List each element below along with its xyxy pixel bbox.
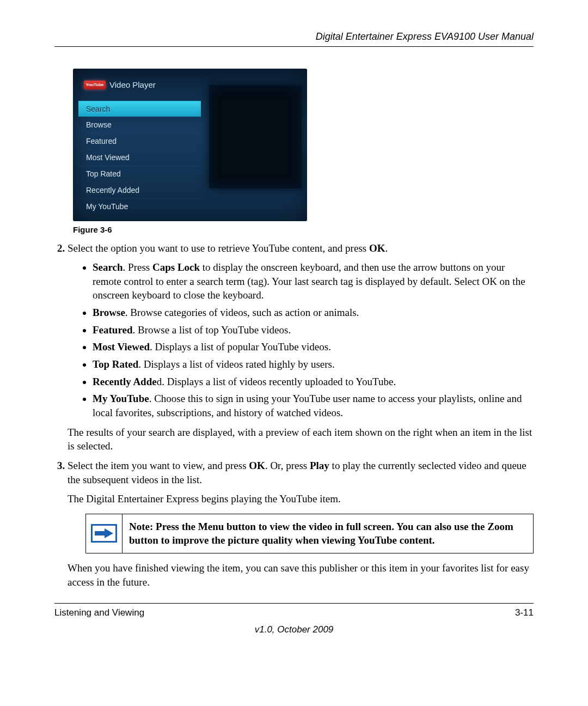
- note-text: Note: Press the Menu button to view the …: [122, 514, 533, 553]
- note-box: Note: Press the Menu button to view the …: [85, 514, 534, 553]
- note-icon-cell: [86, 514, 122, 553]
- menu-item-my-youtube[interactable]: My YouTube: [78, 198, 201, 215]
- step-2: Select the option you want to use to ret…: [68, 241, 534, 453]
- bullet-search: Search. Press Caps Lock to display the o…: [93, 260, 534, 302]
- menu-list: Search Browse Featured Most Viewed Top R…: [78, 101, 201, 215]
- figure-caption: Figure 3-6: [73, 224, 534, 235]
- menu-item-top-rated[interactable]: Top Rated: [78, 166, 201, 182]
- step2-intro-post: .: [385, 242, 388, 254]
- step3-after1: The Digital Entertainer Express begins p…: [68, 492, 534, 506]
- body-content: Select the option you want to use to ret…: [54, 241, 534, 589]
- menu-panel: YouTube Video Player Search Browse Featu…: [78, 77, 201, 214]
- bullet-browse: Browse. Browse categories of videos, suc…: [93, 306, 534, 320]
- footer-row: Listening and Viewing 3-11: [54, 607, 534, 619]
- bullet-most-viewed: Most Viewed. Displays a list of popular …: [93, 340, 534, 354]
- arrow-right-icon: [91, 524, 117, 543]
- svg-marker-0: [95, 528, 113, 538]
- bullet-recently-added: Recently Added. Displays a list of video…: [93, 375, 534, 389]
- step2-intro-pre: Select the option you want to use to ret…: [68, 242, 369, 254]
- menu-item-browse[interactable]: Browse: [78, 117, 201, 133]
- app-title-row: YouTube Video Player: [78, 77, 201, 97]
- footer-page: 3-11: [515, 607, 534, 619]
- footer-version: v1.0, October 2009: [54, 624, 534, 636]
- footer-section: Listening and Viewing: [54, 607, 144, 619]
- bullet-my-youtube: My YouTube. Choose this to sign in using…: [93, 392, 534, 419]
- menu-item-recently-added[interactable]: Recently Added: [78, 182, 201, 198]
- step2-after: The results of your search are displayed…: [68, 425, 534, 453]
- step2-intro-bold: OK: [369, 242, 385, 254]
- bullet-top-rated: Top Rated. Displays a list of videos rat…: [93, 357, 534, 372]
- footer-rule: [54, 603, 534, 604]
- youtube-player-screenshot: YouTube Video Player Search Browse Featu…: [73, 69, 307, 221]
- menu-item-search[interactable]: Search: [78, 101, 201, 117]
- step3-after2: When you have finished viewing the item,…: [68, 561, 534, 589]
- menu-item-featured[interactable]: Featured: [78, 133, 201, 149]
- app-title: Video Player: [109, 80, 156, 90]
- preview-pane: [209, 85, 302, 188]
- youtube-logo-icon: YouTube: [84, 81, 106, 89]
- menu-item-most-viewed[interactable]: Most Viewed: [78, 149, 201, 166]
- step-3: Select the item you want to view, and pr…: [68, 459, 534, 589]
- bullet-featured: Featured. Browse a list of top YouTube v…: [93, 323, 534, 337]
- page-header: Digital Entertainer Express EVA9100 User…: [54, 30, 534, 47]
